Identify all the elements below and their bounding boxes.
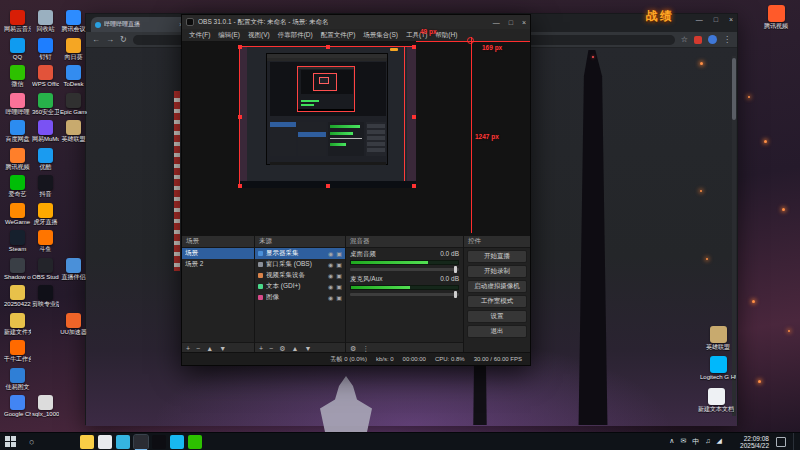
desktop-icon[interactable]: 英雄联盟 [60,120,87,143]
desktop-icon[interactable]: 优酷 [32,148,59,171]
close-button[interactable]: × [729,16,733,23]
desktop-icon[interactable]: 腾讯会议 [60,10,87,33]
obs-control-button[interactable]: 工作室模式 [467,295,527,308]
taskbar-app-edge[interactable] [116,435,130,449]
show-desktop-button[interactable] [793,433,796,450]
selection-handle[interactable] [238,115,242,119]
visibility-eye-icon[interactable]: ◉ [328,250,333,257]
visibility-eye-icon[interactable]: ◉ [328,272,333,279]
source-list-item[interactable]: 文本 (GDI+)◉▣ [255,281,345,292]
obs-control-button[interactable]: 开始直播 [467,250,527,263]
scrollbar-thumb[interactable] [732,58,736,120]
desktop-icon[interactable]: WeGame [4,203,31,226]
tray-icon[interactable]: 中 [692,437,699,447]
desktop-icon[interactable]: 新建文本文档.txt [698,388,734,413]
notification-center-icon[interactable] [776,437,786,447]
scenes-toolbar-icon[interactable]: − [196,345,200,352]
volume-slider-knob[interactable] [454,266,457,273]
obs-titlebar[interactable]: OBS 31.0.1 - 配置文件: 未命名 - 场景: 未命名 — □ × [182,15,530,29]
desktop-icon[interactable]: WPS Office [32,65,59,88]
obs-control-button[interactable]: 设置 [467,310,527,323]
selection-handle[interactable] [326,184,330,188]
obs-menu-item[interactable]: 工具(T) [402,31,431,40]
selection-handle[interactable] [238,45,242,49]
lock-icon[interactable]: ▣ [336,272,342,279]
desktop-icon[interactable]: OBS Studio [32,258,59,281]
desktop-icon[interactable]: 百度网盘 [4,120,31,143]
obs-window[interactable]: OBS 31.0.1 - 配置文件: 未命名 - 场景: 未命名 — □ × 文… [181,14,531,366]
desktop-icon[interactable]: Steam [4,230,31,253]
desktop-icon[interactable]: 剪映专业版 [32,285,59,308]
desktop-icon[interactable]: 360安全卫士 [32,93,59,116]
game-overlay-battle-record[interactable]: 战绩 [646,8,674,25]
desktop-icon[interactable]: UU加速器 [60,313,87,336]
obs-preview-canvas[interactable] [182,42,530,236]
scenes-toolbar-icon[interactable]: + [186,345,190,352]
taskbar-clock[interactable]: 22:09:08 2025/4/22 [729,435,769,449]
desktop-icon[interactable]: 20250422_录像 [4,285,31,308]
lock-icon[interactable]: ▣ [336,261,342,268]
desktop-icon[interactable]: 爱奇艺 [4,175,31,198]
refresh-icon[interactable]: ↻ [120,35,127,44]
search-icon[interactable]: ○ [29,437,34,447]
obs-capture-level1[interactable] [239,46,415,187]
obs-menu-item[interactable]: 停靠部件(D) [274,31,317,40]
desktop-icon[interactable]: ToDesk [60,65,87,88]
obs-menu-item[interactable]: 编辑(E) [214,31,244,40]
visibility-eye-icon[interactable]: ◉ [328,283,333,290]
obs-menu-item[interactable]: 文件(F) [185,31,214,40]
desktop-icon[interactable]: 虎牙直播 [32,203,59,226]
obs-menu-item[interactable]: 场景集合(S) [359,31,402,40]
taskbar-app-obs-studio[interactable] [134,435,148,449]
taskbar-app-wechat[interactable] [188,435,202,449]
tray-icon[interactable]: ◢ [717,437,722,447]
volume-slider[interactable] [350,293,459,296]
maximize-button[interactable]: □ [714,16,718,23]
scenes-toolbar-icon[interactable]: ▲ [206,345,213,352]
obs-control-button[interactable]: 开始录制 [467,265,527,278]
minimize-button[interactable]: — [696,16,703,23]
tray-icon[interactable]: ♫ [705,437,710,447]
obs-menu-item[interactable]: 帮助(H) [431,31,461,40]
browser-menu-icon[interactable]: ⋮ [723,35,731,44]
selection-handle[interactable] [412,45,416,49]
lock-icon[interactable]: ▣ [336,250,342,257]
taskbar-app-chrome[interactable] [98,435,112,449]
profile-avatar[interactable] [708,35,717,44]
selection-handle[interactable] [238,184,242,188]
extension-icon[interactable] [694,36,702,44]
taskbar-app-qq[interactable] [170,435,184,449]
sources-toolbar-icon[interactable]: ▼ [304,345,311,352]
forward-icon[interactable]: → [106,35,114,44]
tray-icon[interactable]: ∧ [669,437,674,447]
bookmark-star-icon[interactable]: ☆ [681,35,688,44]
volume-slider[interactable] [350,268,459,271]
sources-toolbar-icon[interactable]: + [259,345,263,352]
volume-slider-knob[interactable] [454,291,457,298]
desktop-icon[interactable]: 微信 [4,65,31,88]
desktop-icon[interactable]: 网易云音乐 [4,10,31,33]
desktop-icon[interactable]: Epic Games [60,93,87,116]
scene-list-item[interactable]: 场景 [182,248,254,259]
source-list-item[interactable]: 视频采集设备◉▣ [255,270,345,281]
desktop-icon[interactable]: Shadow of the Tomb Raider [4,258,31,281]
lock-icon[interactable]: ▣ [336,294,342,301]
close-button[interactable]: × [522,19,526,26]
desktop-icon[interactable]: 向日葵 [60,38,87,61]
taskbar-app-file-explorer[interactable] [80,435,94,449]
browser-tab[interactable]: 哔哩哔哩直播 × [91,17,187,32]
selection-handle[interactable] [326,45,330,49]
desktop-icon[interactable]: QQ [4,38,31,61]
desktop-icon[interactable]: 佳易图文 [4,368,31,391]
scene-list-item[interactable]: 场景 2 [182,259,254,270]
desktop-icon[interactable]: Google Chrome [4,395,31,418]
desktop-icon[interactable]: 腾讯视频 [4,148,31,171]
desktop-icon[interactable]: 直播伴侣 [60,258,87,281]
desktop-icon[interactable]: 斗鱼 [32,230,59,253]
back-icon[interactable]: ← [92,35,100,44]
desktop-icon[interactable]: sqlx_10006.txt [32,395,59,418]
obs-control-button[interactable]: 启动虚拟摄像机 [467,280,527,293]
desktop-icon[interactable]: 腾讯视频 [758,5,794,30]
maximize-button[interactable]: □ [509,19,513,26]
visibility-eye-icon[interactable]: ◉ [328,294,333,301]
